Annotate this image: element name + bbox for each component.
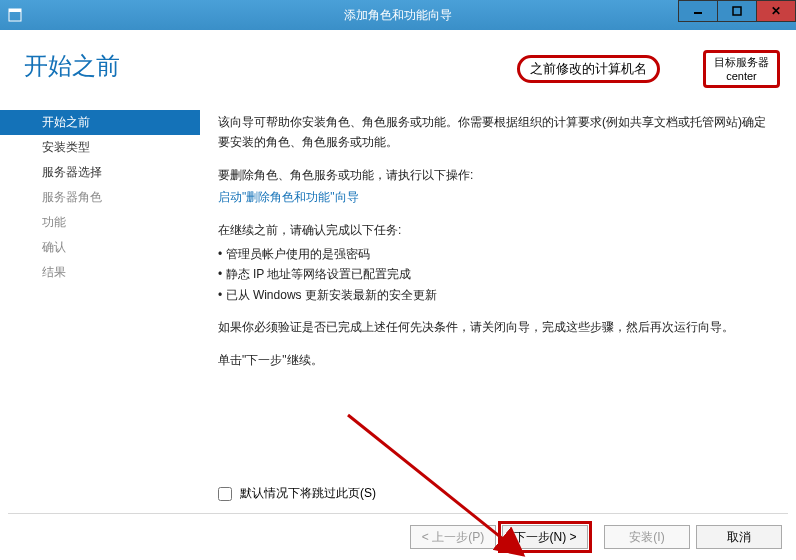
window-title: 添加角色和功能向导 bbox=[344, 7, 452, 24]
wizard-footer: < 上一步(P) 下一步(N) > 安装(I) 取消 bbox=[0, 514, 796, 560]
target-server-label: 目标服务器 bbox=[714, 55, 769, 69]
install-button: 安装(I) bbox=[604, 525, 690, 549]
step-server-selection[interactable]: 服务器选择 bbox=[0, 160, 200, 185]
prerequisites-heading: 在继续之前，请确认完成以下任务: bbox=[218, 220, 772, 240]
cancel-button[interactable]: 取消 bbox=[696, 525, 782, 549]
maximize-button[interactable] bbox=[717, 0, 757, 22]
skip-page-checkbox[interactable] bbox=[218, 487, 232, 501]
target-server-name: center bbox=[714, 69, 769, 83]
intro-text: 该向导可帮助你安装角色、角色服务或功能。你需要根据组织的计算要求(例如共享文档或… bbox=[218, 112, 772, 153]
verify-text: 如果你必须验证是否已完成上述任何先决条件，请关闭向导，完成这些步骤，然后再次运行… bbox=[218, 317, 772, 337]
step-server-roles: 服务器角色 bbox=[0, 185, 200, 210]
previous-button: < 上一步(P) bbox=[410, 525, 496, 549]
prereq-item: 已从 Windows 更新安装最新的安全更新 bbox=[218, 285, 772, 305]
window-controls: ✕ bbox=[679, 0, 796, 24]
close-button[interactable]: ✕ bbox=[756, 0, 796, 22]
content-area: 该向导可帮助你安装角色、角色服务或功能。你需要根据组织的计算要求(例如共享文档或… bbox=[200, 100, 796, 502]
step-before-you-begin[interactable]: 开始之前 bbox=[0, 110, 200, 135]
step-confirmation: 确认 bbox=[0, 235, 200, 260]
target-server-box: 目标服务器 center bbox=[703, 50, 780, 88]
svg-rect-3 bbox=[733, 7, 741, 15]
step-installation-type[interactable]: 安装类型 bbox=[0, 135, 200, 160]
body: 开始之前 安装类型 服务器选择 服务器角色 功能 确认 结果 该向导可帮助你安装… bbox=[0, 100, 796, 502]
wizard-steps-sidebar: 开始之前 安装类型 服务器选择 服务器角色 功能 确认 结果 bbox=[0, 100, 200, 502]
svg-rect-1 bbox=[9, 9, 21, 12]
continue-text: 单击"下一步"继续。 bbox=[218, 350, 772, 370]
title-bar: 添加角色和功能向导 ✕ bbox=[0, 0, 796, 30]
page-header: 开始之前 之前修改的计算机名 目标服务器 center bbox=[0, 30, 796, 100]
wizard-page: 开始之前 之前修改的计算机名 目标服务器 center 开始之前 安装类型 服务… bbox=[0, 30, 796, 560]
prerequisites-list: 管理员帐户使用的是强密码 静态 IP 地址等网络设置已配置完成 已从 Windo… bbox=[218, 244, 772, 305]
prereq-item: 管理员帐户使用的是强密码 bbox=[218, 244, 772, 264]
system-menu-icon[interactable] bbox=[0, 0, 30, 30]
minimize-button[interactable] bbox=[678, 0, 718, 22]
step-features: 功能 bbox=[0, 210, 200, 235]
annotation-computer-name: 之前修改的计算机名 bbox=[517, 55, 660, 83]
remove-roles-wizard-link[interactable]: 启动"删除角色和功能"向导 bbox=[218, 190, 359, 204]
skip-page-row: 默认情况下将跳过此页(S) bbox=[218, 485, 376, 502]
step-results: 结果 bbox=[0, 260, 200, 285]
prereq-item: 静态 IP 地址等网络设置已配置完成 bbox=[218, 264, 772, 284]
skip-page-label: 默认情况下将跳过此页(S) bbox=[240, 485, 376, 502]
remove-roles-text: 要删除角色、角色服务或功能，请执行以下操作: bbox=[218, 165, 772, 185]
next-button[interactable]: 下一步(N) > bbox=[502, 525, 588, 549]
